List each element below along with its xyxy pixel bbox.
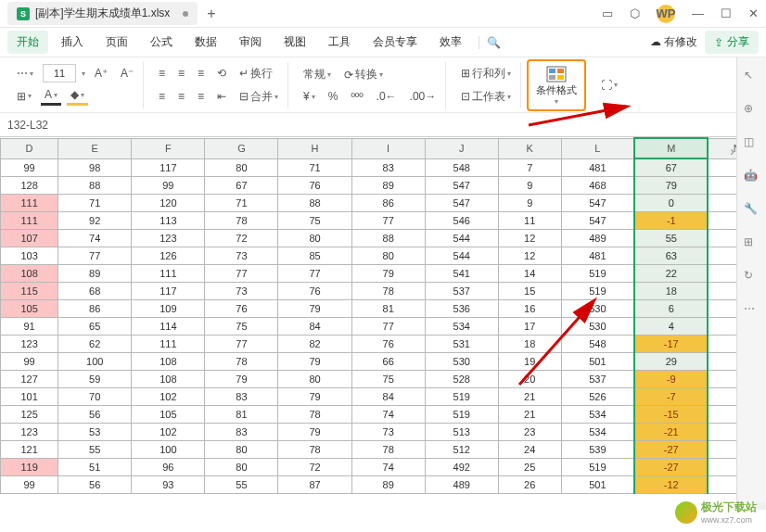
cell[interactable]: 76 <box>278 282 351 299</box>
close-button[interactable]: ✕ <box>748 6 759 20</box>
cell[interactable]: 79 <box>634 176 708 194</box>
cell[interactable]: 117 <box>132 158 205 176</box>
cell[interactable]: 127 <box>1 370 58 387</box>
cell[interactable]: 536 <box>425 299 498 317</box>
cell[interactable]: 81 <box>205 405 278 423</box>
cell[interactable]: 14 <box>498 264 561 282</box>
cell[interactable]: 21 <box>498 405 561 423</box>
cell[interactable]: 86 <box>351 194 425 211</box>
cell[interactable]: 128 <box>1 176 58 194</box>
cell[interactable]: 75 <box>278 211 351 229</box>
cell[interactable]: 468 <box>561 176 634 194</box>
cell[interactable]: 53 <box>58 423 132 440</box>
cell[interactable]: 489 <box>561 229 634 247</box>
menu-efficiency[interactable]: 效率 <box>430 31 471 54</box>
cell[interactable]: 89 <box>58 264 132 282</box>
wrap-button[interactable]: ↵ 换行 <box>236 64 276 83</box>
cell[interactable]: 77 <box>205 335 278 352</box>
cell[interactable]: 80 <box>205 158 278 176</box>
cell[interactable]: 0 <box>634 194 708 211</box>
cell[interactable]: 80 <box>205 440 278 458</box>
column-header-J[interactable]: J <box>425 138 498 158</box>
expand-chevron-icon[interactable]: › <box>730 144 734 158</box>
menu-member[interactable]: 会员专享 <box>364 31 427 54</box>
cell[interactable]: 111 <box>132 264 205 282</box>
cell[interactable]: 531 <box>425 335 498 352</box>
align-center-button[interactable]: ≡ <box>174 88 188 105</box>
cell[interactable]: 75 <box>205 317 278 335</box>
table-row[interactable]: 1275910879807552820537-9 <box>1 370 766 387</box>
percent-button[interactable]: % <box>325 88 342 105</box>
column-header-M[interactable]: M <box>634 138 708 158</box>
cell[interactable]: 74 <box>351 405 425 423</box>
cell[interactable]: 29 <box>634 352 708 370</box>
column-header-L[interactable]: L <box>561 138 634 158</box>
cell[interactable]: 111 <box>1 194 58 211</box>
decrease-decimal-button[interactable]: .0← <box>373 88 401 105</box>
cell[interactable]: 84 <box>278 317 351 335</box>
cell[interactable]: 79 <box>278 387 351 405</box>
cell[interactable]: 71 <box>278 158 351 176</box>
cell[interactable]: 80 <box>351 247 425 264</box>
cell[interactable]: 86 <box>58 299 132 317</box>
cell[interactable]: 501 <box>561 475 634 493</box>
align-top-button[interactable]: ≡ <box>155 65 169 82</box>
column-header-H[interactable]: H <box>278 138 351 158</box>
cell[interactable]: -27 <box>634 440 708 458</box>
file-tab[interactable]: S [副本]学生期末成绩单1.xlsx <box>7 2 198 25</box>
cell[interactable]: 102 <box>132 387 205 405</box>
cell[interactable]: 96 <box>132 458 205 475</box>
cell[interactable]: 51 <box>58 458 132 475</box>
cell[interactable]: 79 <box>278 423 351 440</box>
cell[interactable]: 9 <box>498 176 561 194</box>
cell[interactable]: 513 <box>425 423 498 440</box>
cell[interactable]: 65 <box>58 317 132 335</box>
cell[interactable]: -21 <box>634 423 708 440</box>
column-header-F[interactable]: F <box>132 138 205 158</box>
decrease-font-button[interactable]: A⁻ <box>117 65 137 82</box>
cell[interactable]: 526 <box>561 387 634 405</box>
cell[interactable]: -12 <box>634 475 708 493</box>
cell[interactable]: 71 <box>205 194 278 211</box>
cell[interactable]: 83 <box>205 387 278 405</box>
cell[interactable]: 101 <box>1 387 58 405</box>
cell[interactable]: 77 <box>205 264 278 282</box>
cell[interactable]: 519 <box>561 282 634 299</box>
cell[interactable]: 548 <box>561 335 634 352</box>
cell[interactable]: 84 <box>351 387 425 405</box>
cell[interactable]: 92 <box>58 211 132 229</box>
cell[interactable]: 66 <box>351 352 425 370</box>
cell[interactable]: 17 <box>498 317 561 335</box>
cell[interactable]: 88 <box>351 229 425 247</box>
cell[interactable]: 530 <box>561 317 634 335</box>
cell[interactable]: 501 <box>561 352 634 370</box>
more-icon[interactable]: ⋯ <box>744 302 760 319</box>
convert-button[interactable]: ⟳ 转换▾ <box>340 65 387 84</box>
cell[interactable]: 489 <box>425 475 498 493</box>
cell[interactable]: 481 <box>561 247 634 264</box>
cell[interactable]: 76 <box>205 299 278 317</box>
cell[interactable]: 108 <box>1 264 58 282</box>
column-header-D[interactable]: D <box>1 138 58 158</box>
cell[interactable]: 11 <box>498 211 561 229</box>
cell[interactable]: 80 <box>278 229 351 247</box>
cell[interactable]: 79 <box>278 299 351 317</box>
align-right-button[interactable]: ≡ <box>194 88 208 105</box>
menu-start[interactable]: 开始 <box>7 31 48 54</box>
cell[interactable]: 548 <box>425 158 498 176</box>
cell[interactable]: 121 <box>1 440 58 458</box>
merge-button[interactable]: ⊟ 合并▾ <box>236 87 282 107</box>
cell[interactable]: 78 <box>205 211 278 229</box>
data-table[interactable]: DEFGHIJKLMN 9998117807183548748167128889… <box>0 137 766 494</box>
cell[interactable]: -27 <box>634 458 708 475</box>
cell[interactable]: 547 <box>425 194 498 211</box>
cell[interactable]: 105 <box>132 405 205 423</box>
cell[interactable]: 100 <box>132 440 205 458</box>
cell[interactable]: 530 <box>425 352 498 370</box>
cell[interactable]: 85 <box>278 247 351 264</box>
cell[interactable]: 62 <box>58 335 132 352</box>
menu-view[interactable]: 视图 <box>274 31 315 54</box>
menu-data[interactable]: 数据 <box>185 31 226 54</box>
minimize-button[interactable]: — <box>692 6 704 20</box>
search-icon[interactable]: 🔍 <box>479 36 508 49</box>
